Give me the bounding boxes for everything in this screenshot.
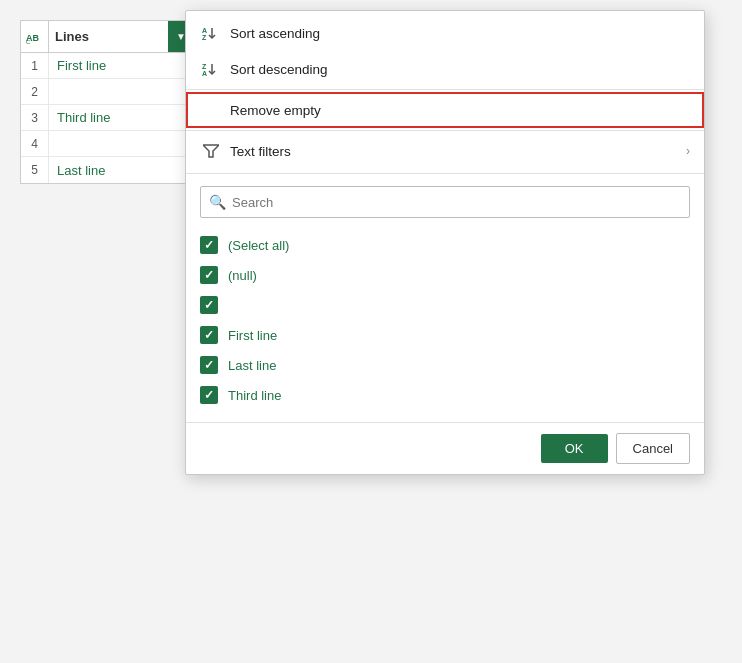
svg-text:Z: Z xyxy=(202,34,207,41)
checkbox-label: Last line xyxy=(228,358,276,373)
table-header: AB C Lines ▼ xyxy=(21,21,194,53)
table-row: 3 Third line xyxy=(21,105,194,131)
table-row: 1 First line xyxy=(21,53,194,79)
row-cell: First line xyxy=(49,58,194,73)
checkbox-first-line[interactable]: ✓ First line xyxy=(200,320,690,350)
row-number: 1 xyxy=(21,53,49,78)
svg-text:A: A xyxy=(202,27,207,34)
checkbox-label: Third line xyxy=(228,388,281,403)
svg-text:Z: Z xyxy=(202,63,207,70)
ok-button[interactable]: OK xyxy=(541,434,608,463)
submenu-arrow-icon: › xyxy=(686,144,690,158)
filter-dropdown: A Z Sort ascending Z A xyxy=(185,10,705,475)
row-number: 3 xyxy=(21,105,49,130)
text-filters-item[interactable]: Text filters › xyxy=(186,133,704,169)
checkbox-third-line[interactable]: ✓ Third line xyxy=(200,380,690,410)
checkbox-label: (Select all) xyxy=(228,238,289,253)
svg-marker-8 xyxy=(203,145,219,157)
dropdown-menu: A Z Sort ascending Z A xyxy=(186,11,704,174)
row-number: 4 xyxy=(21,131,49,156)
checkbox-null[interactable]: ✓ (null) xyxy=(200,260,690,290)
svg-text:A: A xyxy=(202,70,207,77)
search-area: 🔍 xyxy=(186,174,704,226)
table-row: 2 xyxy=(21,79,194,105)
checkbox-last-line[interactable]: ✓ Last line xyxy=(200,350,690,380)
dropdown-footer: OK Cancel xyxy=(186,422,704,474)
checkbox-icon: ✓ xyxy=(200,266,218,284)
search-icon: 🔍 xyxy=(209,194,226,210)
checkbox-icon: ✓ xyxy=(200,356,218,374)
menu-separator xyxy=(186,130,704,131)
menu-separator xyxy=(186,89,704,90)
svg-text:C: C xyxy=(26,39,31,45)
sort-descending-label: Sort descending xyxy=(230,62,690,77)
sort-desc-icon: Z A xyxy=(200,61,222,77)
filter-icon xyxy=(200,144,222,158)
search-box[interactable]: 🔍 xyxy=(200,186,690,218)
checkbox-list: ✓ (Select all) ✓ (null) ✓ ✓ First line ✓… xyxy=(186,226,704,422)
row-cell: Third line xyxy=(49,110,194,125)
row-number: 5 xyxy=(21,157,49,183)
checkbox-icon: ✓ xyxy=(200,236,218,254)
row-number: 2 xyxy=(21,79,49,104)
sort-ascending-item[interactable]: A Z Sort ascending xyxy=(186,15,704,51)
data-table: AB C Lines ▼ 1 First line 2 3 Third line… xyxy=(20,20,195,184)
checkbox-select-all[interactable]: ✓ (Select all) xyxy=(200,230,690,260)
search-input[interactable] xyxy=(232,195,681,210)
sort-asc-icon: A Z xyxy=(200,25,222,41)
row-cell: Last line xyxy=(49,163,194,178)
row-cell xyxy=(49,84,194,99)
text-filters-label: Text filters xyxy=(230,144,686,159)
checkbox-icon: ✓ xyxy=(200,386,218,404)
sort-descending-item[interactable]: Z A Sort descending xyxy=(186,51,704,87)
checkbox-label: First line xyxy=(228,328,277,343)
remove-empty-label: Remove empty xyxy=(230,103,690,118)
table-type-icon: AB C xyxy=(21,21,49,52)
sort-ascending-label: Sort ascending xyxy=(230,26,690,41)
checkbox-label: (null) xyxy=(228,268,257,283)
checkbox-icon: ✓ xyxy=(200,326,218,344)
checkbox-icon: ✓ xyxy=(200,296,218,314)
app-container: AB C Lines ▼ 1 First line 2 3 Third line… xyxy=(0,0,742,663)
table-row: 5 Last line xyxy=(21,157,194,183)
row-cell xyxy=(49,136,194,151)
checkbox-label-empty xyxy=(228,298,232,313)
table-row: 4 xyxy=(21,131,194,157)
remove-empty-item[interactable]: Remove empty xyxy=(186,92,704,128)
cancel-button[interactable]: Cancel xyxy=(616,433,690,464)
checkbox-empty[interactable]: ✓ xyxy=(200,290,690,320)
column-title: Lines xyxy=(49,29,168,44)
